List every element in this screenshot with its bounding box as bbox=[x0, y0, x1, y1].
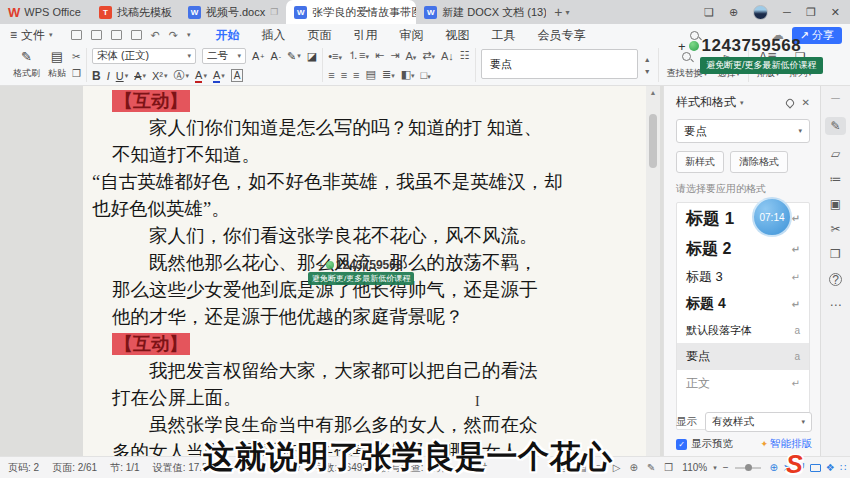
style-item-heading2[interactable]: 标题 2↵ bbox=[677, 234, 809, 264]
edit-pen-icon[interactable]: ✎ bbox=[825, 117, 845, 135]
tab-pin-icon[interactable]: ❐ bbox=[270, 7, 278, 17]
style-gallery[interactable]: 要点 bbox=[481, 49, 638, 79]
tab-reference[interactable]: 引用 bbox=[344, 25, 386, 46]
help-icon[interactable]: ? bbox=[829, 273, 842, 286]
scroll-up-icon[interactable]: ▲ bbox=[646, 86, 660, 96]
numbered-list-icon[interactable]: ⒈≡▾ bbox=[348, 48, 369, 63]
highlight-color-button[interactable]: A▾ bbox=[195, 69, 207, 83]
close-panel-icon[interactable]: ✕ bbox=[802, 97, 810, 108]
tab-tools[interactable]: 工具 bbox=[482, 25, 524, 46]
tab-shipinhao[interactable]: W 视频号.docx ❐ bbox=[180, 0, 286, 24]
style-item-heading4[interactable]: 标题 4↵ bbox=[677, 290, 809, 318]
border-icon[interactable]: □▾ bbox=[421, 69, 431, 81]
format-painter-button[interactable]: ✎ 格式刷 bbox=[11, 48, 42, 82]
underline-button[interactable]: U▾ bbox=[116, 70, 128, 82]
line-spacing-icon[interactable]: ≣▾ bbox=[382, 68, 395, 81]
styles-panel-title[interactable]: 样式和格式 ▾ bbox=[676, 94, 744, 111]
collapse-rail-icon[interactable]: ─ bbox=[831, 92, 840, 104]
gallery-down-icon[interactable]: ▼ bbox=[644, 68, 651, 75]
show-mode-select[interactable]: 有效样式 ▾ bbox=[705, 412, 812, 432]
paste-button[interactable]: ▤ 粘贴 bbox=[46, 48, 68, 82]
tab-home[interactable]: 开始 bbox=[206, 25, 248, 46]
phonetic-guide-button[interactable]: Ⓐ▾ bbox=[174, 68, 190, 83]
font-name-select[interactable]: 宋体 (正文)▾ bbox=[92, 48, 196, 64]
more-tools-icon[interactable]: ⋯ bbox=[830, 299, 842, 311]
adjust-sliders-icon[interactable]: ≔ bbox=[830, 173, 842, 185]
bullet-list-icon[interactable]: •≡▾ bbox=[328, 50, 342, 62]
strikethrough-button[interactable]: A▾ bbox=[134, 70, 146, 82]
tab-member[interactable]: 会员专享 bbox=[528, 25, 594, 46]
grid-icon[interactable]: ∷ bbox=[840, 462, 846, 473]
style-item-default-font[interactable]: 默认段落字体a bbox=[677, 318, 809, 343]
justify-icon[interactable]: ▤ bbox=[366, 68, 376, 81]
fullscreen-icon[interactable]: ❒ bbox=[664, 462, 673, 473]
style-item-body[interactable]: 正文↵ bbox=[677, 370, 809, 397]
tab-template[interactable]: T 找稿先模板 bbox=[91, 0, 180, 24]
cut-tool-icon[interactable]: ✂ bbox=[830, 223, 840, 235]
smart-typeset-link[interactable]: ✦ 智能排版 bbox=[760, 437, 812, 451]
tab-insert[interactable]: 插入 bbox=[252, 25, 294, 46]
new-style-button[interactable]: 新样式 bbox=[676, 151, 724, 173]
show-preview-checkbox[interactable]: ✓ 显示预览 bbox=[676, 437, 733, 451]
brand-icon[interactable]: ❖ bbox=[826, 462, 835, 473]
char-scale-icon[interactable]: A▾ bbox=[405, 50, 416, 62]
align-left-icon[interactable]: ≡ bbox=[328, 69, 334, 81]
print-icon[interactable] bbox=[111, 30, 122, 40]
tab-zhangxueliang-active[interactable]: W 张学良的爱情故事带图 ❐ ✕ bbox=[286, 0, 416, 24]
italic-button[interactable]: I bbox=[107, 70, 110, 82]
select-lasso-icon[interactable]: ▱ bbox=[831, 148, 840, 160]
screen-icon[interactable] bbox=[810, 464, 821, 472]
new-tab-button[interactable]: +▾ bbox=[554, 4, 569, 20]
read-mode-icon[interactable]: ▷ bbox=[613, 462, 621, 473]
minimize-button[interactable]: ─ bbox=[783, 6, 791, 18]
globe-icon[interactable]: ⊕ bbox=[729, 6, 738, 19]
bold-button[interactable]: B bbox=[92, 69, 101, 83]
restore-button[interactable]: ❐ bbox=[806, 6, 816, 19]
sort-icon[interactable]: A↓ bbox=[441, 50, 454, 62]
cut-icon[interactable]: ✂ bbox=[72, 51, 81, 62]
decrease-indent-icon[interactable]: ⇤ bbox=[375, 49, 384, 62]
document-scrollbar[interactable]: ▲ bbox=[646, 86, 660, 456]
style-item-keypoint-selected[interactable]: 要点a bbox=[677, 343, 809, 370]
copy-icon[interactable]: ❐ bbox=[72, 68, 81, 79]
align-right-icon[interactable]: ≡ bbox=[353, 69, 359, 81]
clear-format-button[interactable]: 清除格式 bbox=[730, 151, 788, 173]
text-direction-icon[interactable]: ⇄▾ bbox=[422, 49, 435, 62]
image-tool-icon[interactable]: ▣ bbox=[830, 198, 841, 210]
grow-font-button[interactable]: A+ bbox=[252, 50, 264, 62]
print-preview-icon[interactable] bbox=[131, 30, 142, 40]
zoom-slider[interactable] bbox=[735, 467, 761, 469]
chevron-down-icon[interactable]: ▾ bbox=[187, 31, 191, 39]
text-effects-button[interactable]: ✎▾ bbox=[287, 50, 301, 63]
current-style-select[interactable]: 要点 ▾ bbox=[676, 119, 810, 143]
font-size-select[interactable]: 二号▾ bbox=[202, 48, 246, 64]
scrollbar-thumb[interactable] bbox=[649, 114, 657, 168]
close-button[interactable]: ✕ bbox=[831, 6, 840, 19]
avatar[interactable] bbox=[753, 5, 768, 20]
notebook-icon[interactable]: ❒ bbox=[830, 248, 841, 260]
tab-view[interactable]: 视图 bbox=[436, 25, 478, 46]
font-color-button[interactable]: A▾ bbox=[213, 69, 225, 83]
redo-icon[interactable]: ↷ bbox=[169, 29, 178, 42]
file-menu-button[interactable]: ≡ 文件 ▾ bbox=[0, 27, 61, 44]
output-icon[interactable] bbox=[91, 30, 102, 40]
character-shading-button[interactable]: A bbox=[231, 69, 244, 82]
tab-new-docx[interactable]: W 新建 DOCX 文档 (13) ❐ bbox=[416, 0, 546, 24]
wps-logo[interactable]: W WPS Office bbox=[0, 5, 91, 20]
gallery-up-icon[interactable]: ▲ bbox=[644, 56, 651, 63]
show-marks-icon[interactable]: ☷ bbox=[460, 49, 470, 62]
annotate-plus-icon[interactable]: ⊕ bbox=[770, 462, 778, 473]
pin-panel-icon[interactable] bbox=[784, 97, 795, 108]
save-icon[interactable] bbox=[71, 30, 82, 40]
clear-format-icon[interactable]: ◪ bbox=[307, 50, 317, 63]
superscript-button[interactable]: X²▾ bbox=[152, 70, 168, 82]
style-item-heading3[interactable]: 标题 3↵ bbox=[677, 264, 809, 290]
zoom-level[interactable]: 110% bbox=[682, 462, 707, 473]
pen-mode-icon[interactable]: ✎ bbox=[647, 462, 655, 473]
shrink-font-button[interactable]: A- bbox=[270, 50, 281, 62]
tab-page[interactable]: 页面 bbox=[298, 25, 340, 46]
align-center-icon[interactable]: ≡ bbox=[341, 69, 347, 81]
layout-split-icon[interactable]: ❏ bbox=[704, 6, 714, 19]
zoom-out-button[interactable]: − bbox=[723, 462, 729, 473]
tab-review[interactable]: 审阅 bbox=[390, 25, 432, 46]
